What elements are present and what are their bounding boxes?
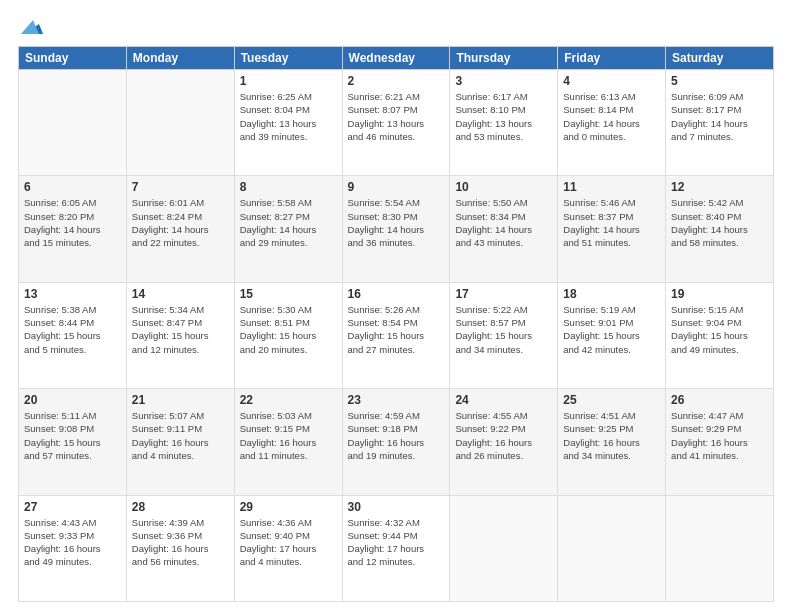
day-info: Sunrise: 5:46 AM Sunset: 8:37 PM Dayligh… [563, 196, 660, 249]
day-number: 5 [671, 74, 768, 88]
header [18, 18, 774, 36]
day-number: 10 [455, 180, 552, 194]
day-number: 20 [24, 393, 121, 407]
calendar-cell: 18Sunrise: 5:19 AM Sunset: 9:01 PM Dayli… [558, 282, 666, 388]
calendar-cell [126, 70, 234, 176]
day-number: 2 [348, 74, 445, 88]
day-number: 6 [24, 180, 121, 194]
calendar-header-row: SundayMondayTuesdayWednesdayThursdayFrid… [19, 47, 774, 70]
calendar-cell: 27Sunrise: 4:43 AM Sunset: 9:33 PM Dayli… [19, 495, 127, 601]
day-number: 21 [132, 393, 229, 407]
calendar-week-row: 27Sunrise: 4:43 AM Sunset: 9:33 PM Dayli… [19, 495, 774, 601]
day-info: Sunrise: 5:54 AM Sunset: 8:30 PM Dayligh… [348, 196, 445, 249]
calendar-week-row: 13Sunrise: 5:38 AM Sunset: 8:44 PM Dayli… [19, 282, 774, 388]
day-number: 7 [132, 180, 229, 194]
day-info: Sunrise: 5:07 AM Sunset: 9:11 PM Dayligh… [132, 409, 229, 462]
calendar-cell: 7Sunrise: 6:01 AM Sunset: 8:24 PM Daylig… [126, 176, 234, 282]
calendar-header-sunday: Sunday [19, 47, 127, 70]
day-number: 30 [348, 500, 445, 514]
calendar-header-saturday: Saturday [666, 47, 774, 70]
calendar-cell: 8Sunrise: 5:58 AM Sunset: 8:27 PM Daylig… [234, 176, 342, 282]
calendar-cell: 24Sunrise: 4:55 AM Sunset: 9:22 PM Dayli… [450, 389, 558, 495]
calendar-cell: 9Sunrise: 5:54 AM Sunset: 8:30 PM Daylig… [342, 176, 450, 282]
day-info: Sunrise: 6:17 AM Sunset: 8:10 PM Dayligh… [455, 90, 552, 143]
day-info: Sunrise: 5:38 AM Sunset: 8:44 PM Dayligh… [24, 303, 121, 356]
day-info: Sunrise: 4:47 AM Sunset: 9:29 PM Dayligh… [671, 409, 768, 462]
day-info: Sunrise: 4:51 AM Sunset: 9:25 PM Dayligh… [563, 409, 660, 462]
page: SundayMondayTuesdayWednesdayThursdayFrid… [0, 0, 792, 612]
day-number: 24 [455, 393, 552, 407]
day-info: Sunrise: 5:15 AM Sunset: 9:04 PM Dayligh… [671, 303, 768, 356]
day-info: Sunrise: 5:34 AM Sunset: 8:47 PM Dayligh… [132, 303, 229, 356]
calendar-cell: 11Sunrise: 5:46 AM Sunset: 8:37 PM Dayli… [558, 176, 666, 282]
day-number: 29 [240, 500, 337, 514]
calendar-cell: 12Sunrise: 5:42 AM Sunset: 8:40 PM Dayli… [666, 176, 774, 282]
day-info: Sunrise: 6:25 AM Sunset: 8:04 PM Dayligh… [240, 90, 337, 143]
day-number: 16 [348, 287, 445, 301]
day-number: 27 [24, 500, 121, 514]
calendar-header-monday: Monday [126, 47, 234, 70]
day-number: 17 [455, 287, 552, 301]
day-number: 8 [240, 180, 337, 194]
day-info: Sunrise: 5:19 AM Sunset: 9:01 PM Dayligh… [563, 303, 660, 356]
calendar-cell: 14Sunrise: 5:34 AM Sunset: 8:47 PM Dayli… [126, 282, 234, 388]
day-info: Sunrise: 5:42 AM Sunset: 8:40 PM Dayligh… [671, 196, 768, 249]
day-number: 19 [671, 287, 768, 301]
day-number: 4 [563, 74, 660, 88]
day-info: Sunrise: 5:03 AM Sunset: 9:15 PM Dayligh… [240, 409, 337, 462]
calendar-cell: 28Sunrise: 4:39 AM Sunset: 9:36 PM Dayli… [126, 495, 234, 601]
calendar-cell [666, 495, 774, 601]
calendar-cell: 26Sunrise: 4:47 AM Sunset: 9:29 PM Dayli… [666, 389, 774, 495]
day-number: 11 [563, 180, 660, 194]
day-number: 23 [348, 393, 445, 407]
calendar-cell: 4Sunrise: 6:13 AM Sunset: 8:14 PM Daylig… [558, 70, 666, 176]
day-info: Sunrise: 6:01 AM Sunset: 8:24 PM Dayligh… [132, 196, 229, 249]
day-number: 9 [348, 180, 445, 194]
day-info: Sunrise: 5:26 AM Sunset: 8:54 PM Dayligh… [348, 303, 445, 356]
calendar-cell: 16Sunrise: 5:26 AM Sunset: 8:54 PM Dayli… [342, 282, 450, 388]
day-number: 25 [563, 393, 660, 407]
day-info: Sunrise: 6:09 AM Sunset: 8:17 PM Dayligh… [671, 90, 768, 143]
day-number: 15 [240, 287, 337, 301]
day-number: 3 [455, 74, 552, 88]
calendar-cell [558, 495, 666, 601]
calendar-cell: 25Sunrise: 4:51 AM Sunset: 9:25 PM Dayli… [558, 389, 666, 495]
day-info: Sunrise: 5:50 AM Sunset: 8:34 PM Dayligh… [455, 196, 552, 249]
calendar-cell: 6Sunrise: 6:05 AM Sunset: 8:20 PM Daylig… [19, 176, 127, 282]
calendar-cell: 23Sunrise: 4:59 AM Sunset: 9:18 PM Dayli… [342, 389, 450, 495]
day-info: Sunrise: 5:30 AM Sunset: 8:51 PM Dayligh… [240, 303, 337, 356]
calendar-cell: 29Sunrise: 4:36 AM Sunset: 9:40 PM Dayli… [234, 495, 342, 601]
calendar: SundayMondayTuesdayWednesdayThursdayFrid… [18, 46, 774, 602]
day-info: Sunrise: 6:21 AM Sunset: 8:07 PM Dayligh… [348, 90, 445, 143]
day-info: Sunrise: 5:58 AM Sunset: 8:27 PM Dayligh… [240, 196, 337, 249]
calendar-week-row: 20Sunrise: 5:11 AM Sunset: 9:08 PM Dayli… [19, 389, 774, 495]
calendar-header-tuesday: Tuesday [234, 47, 342, 70]
calendar-cell: 15Sunrise: 5:30 AM Sunset: 8:51 PM Dayli… [234, 282, 342, 388]
calendar-cell: 21Sunrise: 5:07 AM Sunset: 9:11 PM Dayli… [126, 389, 234, 495]
day-info: Sunrise: 5:22 AM Sunset: 8:57 PM Dayligh… [455, 303, 552, 356]
calendar-week-row: 6Sunrise: 6:05 AM Sunset: 8:20 PM Daylig… [19, 176, 774, 282]
calendar-cell: 30Sunrise: 4:32 AM Sunset: 9:44 PM Dayli… [342, 495, 450, 601]
day-info: Sunrise: 4:32 AM Sunset: 9:44 PM Dayligh… [348, 516, 445, 569]
calendar-cell: 20Sunrise: 5:11 AM Sunset: 9:08 PM Dayli… [19, 389, 127, 495]
calendar-cell: 13Sunrise: 5:38 AM Sunset: 8:44 PM Dayli… [19, 282, 127, 388]
calendar-header-wednesday: Wednesday [342, 47, 450, 70]
calendar-cell: 1Sunrise: 6:25 AM Sunset: 8:04 PM Daylig… [234, 70, 342, 176]
day-info: Sunrise: 6:05 AM Sunset: 8:20 PM Dayligh… [24, 196, 121, 249]
day-info: Sunrise: 4:43 AM Sunset: 9:33 PM Dayligh… [24, 516, 121, 569]
calendar-header-friday: Friday [558, 47, 666, 70]
day-number: 13 [24, 287, 121, 301]
day-number: 18 [563, 287, 660, 301]
calendar-cell [19, 70, 127, 176]
day-number: 26 [671, 393, 768, 407]
day-number: 12 [671, 180, 768, 194]
day-number: 22 [240, 393, 337, 407]
day-info: Sunrise: 6:13 AM Sunset: 8:14 PM Dayligh… [563, 90, 660, 143]
calendar-cell: 2Sunrise: 6:21 AM Sunset: 8:07 PM Daylig… [342, 70, 450, 176]
day-number: 1 [240, 74, 337, 88]
logo-icon [21, 18, 43, 36]
day-info: Sunrise: 5:11 AM Sunset: 9:08 PM Dayligh… [24, 409, 121, 462]
calendar-cell [450, 495, 558, 601]
day-info: Sunrise: 4:55 AM Sunset: 9:22 PM Dayligh… [455, 409, 552, 462]
calendar-cell: 19Sunrise: 5:15 AM Sunset: 9:04 PM Dayli… [666, 282, 774, 388]
